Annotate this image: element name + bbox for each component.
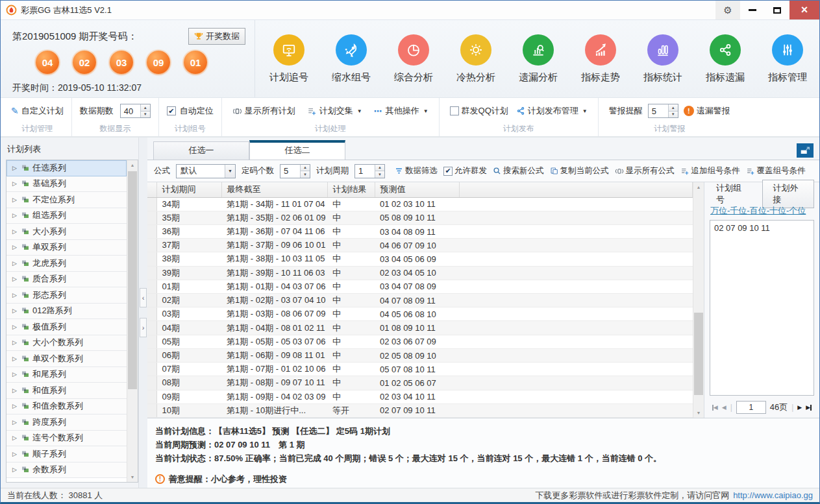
expand-triangle-icon[interactable]: ▷ xyxy=(12,260,18,267)
spin-down-icon[interactable]: ▼ xyxy=(669,111,678,118)
data-filter-button[interactable]: 数据筛选 xyxy=(395,165,438,176)
table-row[interactable]: 34期 第1期 - 34期 - 11 01 07 04 09 中 01 02 0… xyxy=(147,197,693,211)
close-button[interactable]: × xyxy=(789,1,819,19)
alert-stepper[interactable]: 5 ▲▼ xyxy=(648,104,678,118)
expand-triangle-icon[interactable]: ▷ xyxy=(12,339,18,346)
table-scrollbar[interactable]: ▲ ▼ xyxy=(693,182,704,418)
digits-stepper[interactable]: 5 ▲▼ xyxy=(280,164,310,178)
auto-position-checkbox[interactable]: ✔ xyxy=(167,106,176,115)
custom-plan-button[interactable]: ✎ 自定义计划 xyxy=(11,105,64,117)
sidebar-series-item[interactable]: ▷ 组选系列 xyxy=(6,208,127,224)
draw-data-button[interactable]: 开奖数据 xyxy=(188,28,245,45)
override-group-condition-button[interactable]: 覆盖组号条件 xyxy=(746,165,806,176)
expand-triangle-icon[interactable]: ▷ xyxy=(12,403,18,409)
scrollbar-thumb[interactable] xyxy=(694,313,703,395)
spin-down-icon[interactable]: ▼ xyxy=(301,171,310,178)
expand-triangle-icon[interactable]: ▷ xyxy=(12,165,18,171)
tool-indicator-statistics[interactable]: 指标统计 xyxy=(632,34,694,84)
maximize-panel-button[interactable] xyxy=(797,143,814,158)
spin-up-icon[interactable]: ▲ xyxy=(669,104,678,111)
tool-hot-cold-analysis[interactable]: 冷热分析 xyxy=(445,34,507,84)
position-link[interactable]: 万位-千位-百位-十位-个位 xyxy=(710,202,814,220)
first-page-button[interactable]: ◀ xyxy=(712,404,718,411)
table-row[interactable]: 01期 第1期 - 01期 - 04 03 07 06 02 中 03 04 0… xyxy=(147,280,693,293)
allow-group-send-row[interactable]: ✔ 允许群发 xyxy=(443,165,487,176)
qq-send-checkbox-row[interactable]: 群发QQ计划 xyxy=(450,105,508,117)
expand-triangle-icon[interactable]: ▷ xyxy=(12,419,18,426)
tool-indicator-omission[interactable]: 指标遗漏 xyxy=(694,34,756,84)
table-row[interactable]: 10期 第1期 - 10期进行中... 等开 02 07 09 10 11 xyxy=(147,403,693,417)
scroll-up-icon[interactable]: ▲ xyxy=(127,160,138,170)
spin-down-icon[interactable]: ▼ xyxy=(141,111,150,118)
expand-triangle-icon[interactable]: ▷ xyxy=(12,371,18,378)
next-page-button[interactable]: ▶ xyxy=(797,404,802,411)
expand-triangle-icon[interactable]: ▷ xyxy=(12,307,18,314)
qq-send-checkbox[interactable] xyxy=(450,106,459,115)
sidebar-series-item[interactable]: ▷ 余数系列 xyxy=(6,462,127,479)
tool-plan-chase[interactable]: 计划追号 xyxy=(258,34,320,84)
expand-triangle-icon[interactable]: ▷ xyxy=(12,197,18,203)
sidebar-series-item[interactable]: ▷ 单双个数系列 xyxy=(6,351,127,367)
scroll-up-icon[interactable]: ▲ xyxy=(693,182,704,192)
sidebar-series-item[interactable]: ▷ 012路系列 xyxy=(6,304,127,320)
sidebar-series-item[interactable]: ▷ 单双系列 xyxy=(6,240,127,256)
minimize-button[interactable] xyxy=(740,1,765,19)
sidebar-series-item[interactable]: ▷ 大小系列 xyxy=(6,224,127,240)
sidebar-series-item[interactable]: ▷ 跨度系列 xyxy=(6,414,127,431)
expand-triangle-icon[interactable]: ▷ xyxy=(12,466,18,473)
table-row[interactable]: 04期 第1期 - 04期 - 08 01 02 11 09 中 01 08 0… xyxy=(147,321,693,335)
sidebar-series-item[interactable]: ▷ 连号个数系列 xyxy=(6,431,127,447)
expand-triangle-icon[interactable]: ▷ xyxy=(12,292,18,298)
tool-omission-analysis[interactable]: 遗漏分析 xyxy=(507,34,569,84)
append-group-condition-button[interactable]: 追加组号条件 xyxy=(680,165,740,176)
expand-right-button[interactable]: › xyxy=(140,318,147,337)
scrollbar-thumb[interactable] xyxy=(128,171,137,389)
show-all-plans-button[interactable]: 显示所有计划 xyxy=(232,105,295,117)
sidebar-series-item[interactable]: ▷ 不定位系列 xyxy=(6,192,127,208)
expand-triangle-icon[interactable]: ▷ xyxy=(12,435,18,441)
miss-alert-button[interactable]: ! 遗漏警报 xyxy=(684,105,730,117)
sidebar-series-item[interactable]: ▷ 任选系列 xyxy=(6,160,127,176)
plan-intersect-button[interactable]: 计划交集 ▼ xyxy=(307,105,362,117)
data-periods-stepper[interactable]: 40 ▲▼ xyxy=(120,104,151,118)
expand-triangle-icon[interactable]: ▷ xyxy=(12,324,18,330)
sidebar-series-item[interactable]: ▷ 形态系列 xyxy=(6,287,127,304)
spin-down-icon[interactable]: ▼ xyxy=(375,171,384,178)
expand-triangle-icon[interactable]: ▷ xyxy=(12,212,18,219)
cycle-stepper[interactable]: 1 ▲▼ xyxy=(354,164,385,178)
settings-gear-button[interactable]: ⚙ xyxy=(715,1,740,19)
expand-triangle-icon[interactable]: ▷ xyxy=(12,228,18,235)
expand-triangle-icon[interactable]: ▷ xyxy=(12,387,18,394)
expand-triangle-icon[interactable]: ▷ xyxy=(12,355,18,362)
collapse-left-button[interactable]: ‹ xyxy=(140,288,147,307)
tool-indicator-manage[interactable]: 指标管理 xyxy=(756,34,819,84)
table-row[interactable]: 09期 第1期 - 09期 - 04 02 03 09 01 中 02 03 0… xyxy=(147,390,693,403)
table-row[interactable]: 38期 第1期 - 38期 - 10 03 11 05 04 中 03 04 0… xyxy=(147,252,693,266)
table-row[interactable]: 03期 第1期 - 03期 - 08 06 07 09 02 中 04 05 0… xyxy=(147,307,693,321)
table-row[interactable]: 08期 第1期 - 08期 - 09 07 10 11 02 中 01 02 0… xyxy=(147,376,693,390)
spin-up-icon[interactable]: ▲ xyxy=(141,104,150,111)
maximize-button[interactable] xyxy=(765,1,789,19)
show-all-formulas-button[interactable]: 显示所有公式 xyxy=(615,165,675,176)
scroll-down-icon[interactable]: ▼ xyxy=(127,472,138,482)
table-row[interactable]: 06期 第1期 - 06期 - 09 08 11 01 10 中 02 05 0… xyxy=(147,348,693,362)
expand-triangle-icon[interactable]: ▷ xyxy=(12,276,18,282)
tool-comprehensive-analysis[interactable]: 综合分析 xyxy=(382,34,445,84)
allow-group-send-checkbox[interactable]: ✔ xyxy=(443,167,453,176)
tab-renxuan-1[interactable]: 任选一 xyxy=(153,141,249,160)
table-row[interactable]: 35期 第1期 - 35期 - 02 06 01 09 08 中 05 08 0… xyxy=(147,211,693,224)
sidebar-series-item[interactable]: ▷ 和值余数系列 xyxy=(6,399,127,415)
spin-up-icon[interactable]: ▲ xyxy=(301,165,310,171)
table-row[interactable]: 36期 第1期 - 36期 - 07 04 11 06 08 中 03 04 0… xyxy=(147,224,693,238)
table-row[interactable]: 37期 第1期 - 37期 - 09 06 10 01 05 中 04 06 0… xyxy=(147,239,693,252)
last-page-button[interactable]: ▶ xyxy=(806,404,812,411)
page-number-input[interactable]: 1 xyxy=(736,401,766,414)
other-operations-button[interactable]: ⋯ 其他操作 ▼ xyxy=(374,105,429,117)
sidebar-series-item[interactable]: ▷ 顺子系列 xyxy=(6,446,127,462)
expand-triangle-icon[interactable]: ▷ xyxy=(12,244,18,250)
sidebar-series-item[interactable]: ▷ 质合系列 xyxy=(6,272,127,288)
table-row[interactable]: 05期 第1期 - 05期 - 05 03 07 06 10 中 02 03 0… xyxy=(147,335,693,348)
expand-triangle-icon[interactable]: ▷ xyxy=(12,451,18,457)
sidebar-scrollbar[interactable]: ▲ ▼ xyxy=(127,160,138,482)
sidebar-series-item[interactable]: ▷ 大小个数系列 xyxy=(6,335,127,352)
